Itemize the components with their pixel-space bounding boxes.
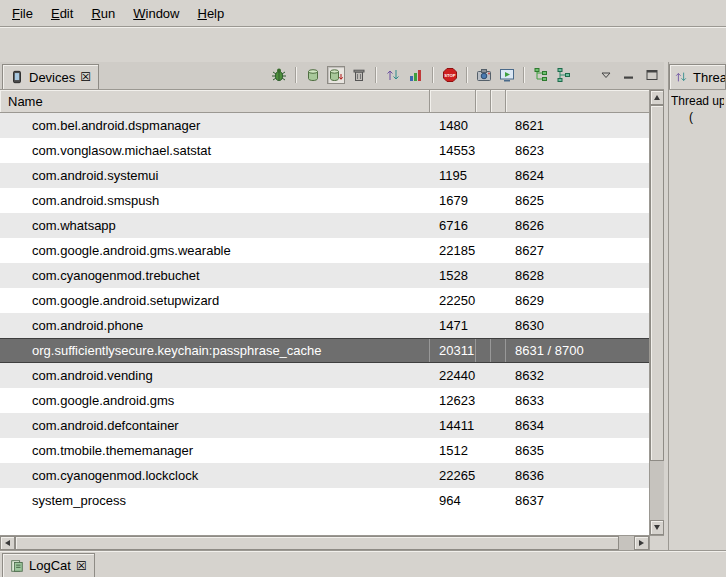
maximize-icon[interactable] (643, 66, 661, 84)
update-threads-icon[interactable] (384, 66, 402, 84)
menu-item[interactable]: Window (124, 2, 188, 25)
table-row[interactable]: com.vonglasow.michael.satstat 14553 8623 (0, 138, 649, 163)
capture-layers-icon[interactable] (555, 66, 573, 84)
tab-threads[interactable]: Threads (669, 64, 726, 89)
table-row[interactable]: com.google.android.setupwizard 22250 862… (0, 288, 649, 313)
table-row[interactable]: org.sufficientlysecure.keychain:passphra… (0, 338, 649, 363)
empty-cell (491, 438, 506, 463)
empty-cell (476, 463, 491, 488)
empty-cell (476, 313, 491, 338)
scroll-down-icon (654, 525, 660, 530)
empty-cell (491, 288, 506, 313)
horizontal-scroll-trough (619, 536, 634, 550)
toolbar-separator (466, 67, 468, 83)
port-cell: 8630 (506, 313, 649, 338)
horizontal-scroll-thumb[interactable] (15, 536, 619, 550)
port-cell: 8624 (506, 163, 649, 188)
table-row[interactable]: com.android.defcontainer 14411 8634 (0, 413, 649, 438)
tab-logcat-label: LogCat (29, 558, 71, 573)
process-name-cell: system_process (0, 488, 430, 513)
debug-process-icon[interactable] (270, 66, 288, 84)
minimize-icon[interactable] (620, 66, 638, 84)
application-window: File Edit Run Window Help Devices ☒ (0, 0, 726, 577)
table-row[interactable]: com.google.android.gms.wearable 22185 86… (0, 238, 649, 263)
menu-item[interactable]: Run (82, 2, 124, 25)
pid-cell: 20311 (430, 339, 476, 362)
table-row[interactable]: com.android.systemui 1195 8624 (0, 163, 649, 188)
tab-devices[interactable]: Devices ☒ (2, 64, 99, 89)
table-row[interactable]: com.google.android.gms 12623 8633 (0, 388, 649, 413)
main-area: Devices ☒ (0, 62, 726, 550)
port-cell: 8637 (506, 488, 649, 513)
method-profiling-icon[interactable] (407, 66, 425, 84)
port-cell: 8629 (506, 288, 649, 313)
menu-item[interactable]: Help (188, 2, 233, 25)
port-cell: 8636 (506, 463, 649, 488)
screen-record-icon[interactable] (498, 66, 516, 84)
port-cell: 8632 (506, 363, 649, 388)
update-heap-icon[interactable] (304, 66, 322, 84)
pid-cell: 1528 (430, 263, 476, 288)
empty-cell (491, 413, 506, 438)
empty-cell (491, 463, 506, 488)
table-row[interactable]: com.tmobile.thememanager 1512 8635 (0, 438, 649, 463)
table-row[interactable]: com.cyanogenmod.trebuchet 1528 8628 (0, 263, 649, 288)
tab-logcat[interactable]: LogCat ☒ (2, 553, 95, 577)
empty-cell (476, 188, 491, 213)
close-icon[interactable]: ☒ (80, 71, 91, 83)
table-row[interactable]: com.android.phone 1471 8630 (0, 313, 649, 338)
scroll-left-button[interactable] (0, 536, 15, 550)
svg-text:STOP: STOP (444, 73, 456, 78)
scroll-down-button[interactable] (650, 520, 664, 535)
empty-cell (476, 388, 491, 413)
screen-capture-icon[interactable] (475, 66, 493, 84)
process-name-cell: org.sufficientlysecure.keychain:passphra… (0, 339, 430, 362)
thread-message-line: Thread up (671, 93, 724, 109)
pid-cell: 1195 (430, 163, 476, 188)
port-cell: 8627 (506, 238, 649, 263)
cause-gc-icon[interactable] (350, 66, 368, 84)
vertical-scroll-thumb[interactable] (650, 105, 664, 461)
port-cell: 8621 (506, 113, 649, 138)
empty-cell (476, 138, 491, 163)
process-rows: com.bel.android.dspmanager 1480 8621 com… (0, 113, 649, 535)
scroll-right-button[interactable] (634, 536, 649, 550)
process-name-cell: com.android.vending (0, 363, 430, 388)
empty-cell (491, 213, 506, 238)
table-row[interactable]: com.android.vending 22440 8632 (0, 363, 649, 388)
process-name-cell: com.android.defcontainer (0, 413, 430, 438)
pid-cell: 22265 (430, 463, 476, 488)
column-header-name[interactable]: Name (0, 90, 430, 112)
view-hierarchy-icon[interactable] (532, 66, 550, 84)
empty-cell (491, 488, 506, 513)
menu-bar: File Edit Run Window Help (0, 0, 726, 26)
process-name-cell: com.android.smspush (0, 188, 430, 213)
table-row[interactable]: com.android.smspush 1679 8625 (0, 188, 649, 213)
empty-cell (476, 363, 491, 388)
empty-cell (491, 388, 506, 413)
scroll-up-button[interactable] (650, 90, 664, 105)
table-row[interactable]: com.cyanogenmod.lockclock 22265 8636 (0, 463, 649, 488)
dump-hprof-icon[interactable] (327, 66, 345, 84)
pid-cell: 22440 (430, 363, 476, 388)
menu-item[interactable]: Edit (42, 2, 82, 25)
stop-process-icon[interactable]: STOP (441, 66, 459, 84)
menu-item[interactable]: File (3, 2, 42, 25)
table-header: Name (0, 90, 649, 113)
vertical-scrollbar (649, 90, 664, 535)
port-cell: 8625 (506, 188, 649, 213)
view-menu-icon[interactable] (597, 66, 615, 84)
empty-cell (476, 339, 491, 362)
close-icon[interactable]: ☒ (76, 560, 87, 572)
table-row[interactable]: com.bel.android.dspmanager 1480 8621 (0, 113, 649, 138)
devices-toolbar: STOP (270, 66, 661, 84)
table-row[interactable]: com.whatsapp 6716 8626 (0, 213, 649, 238)
scroll-up-icon (654, 95, 660, 100)
tab-threads-label: Threads (693, 70, 726, 85)
scroll-left-icon (5, 540, 10, 546)
toolbar-separator (295, 67, 297, 83)
devices-panel: Devices ☒ (0, 62, 664, 550)
threads-icon (674, 70, 688, 84)
thread-message-line: ( (671, 109, 724, 125)
table-row[interactable]: system_process 964 8637 (0, 488, 649, 513)
